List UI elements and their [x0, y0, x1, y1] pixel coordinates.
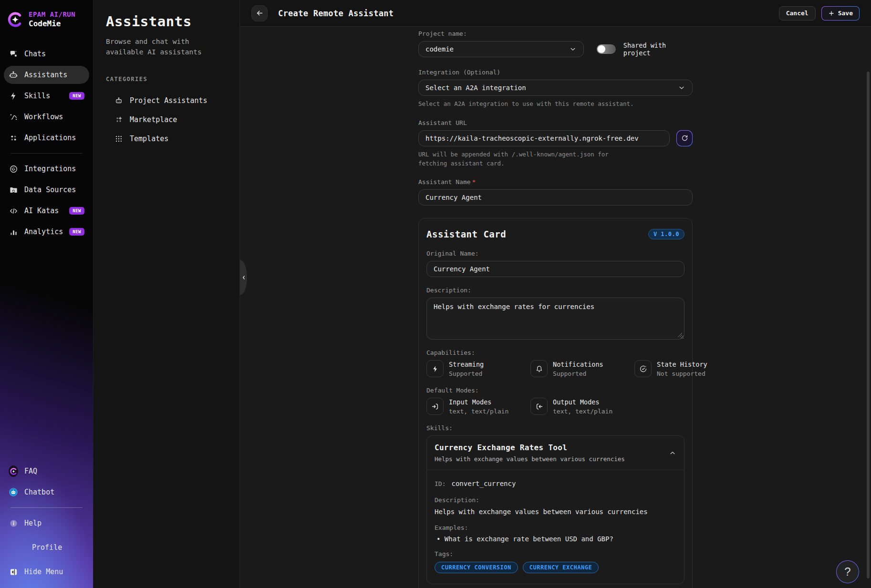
sidebar-divider [10, 153, 83, 154]
default-modes-label: Default Modes: [426, 387, 684, 394]
project-select-value: codemie [425, 45, 454, 53]
sidebar-item-label: Chats [24, 50, 46, 58]
category-project-assistants[interactable]: Project Assistants [106, 91, 227, 110]
sidebar-nav-secondary: Integrations Data Sources AI Katas NEW [0, 158, 93, 242]
capability-streaming: Streaming Supported [426, 360, 515, 377]
skill-id-label: ID: [435, 480, 446, 487]
default-modes-row: Input Modes text, text/plain Output Mode… [426, 398, 684, 415]
description-wrap: Helps with exchange rates for currencies [426, 298, 684, 340]
plus-icon [828, 10, 835, 17]
sidebar-item-integrations[interactable]: Integrations [4, 160, 89, 178]
output-modes-icon [530, 398, 548, 415]
sidebar-item-analytics[interactable]: Analytics NEW [4, 223, 89, 241]
sidebar-item-label: Skills [24, 92, 50, 100]
description-label: Description: [426, 287, 684, 294]
shared-with-project-label: Shared with project [623, 41, 693, 57]
assistant-url-input[interactable] [418, 130, 670, 146]
new-badge: NEW [69, 207, 84, 215]
skills-label: Skills: [426, 424, 684, 432]
input-modes-icon [426, 398, 444, 415]
toggle-knob [598, 45, 605, 53]
sidebar-item-label: Profile [32, 543, 62, 552]
tag-badge: CURRENCY EXCHANGE [523, 562, 599, 573]
bar-chart-icon [9, 227, 18, 237]
sidebar-item-data-sources[interactable]: Data Sources [4, 181, 89, 199]
sidebar-nav-support: FAQ Chatbot [0, 461, 93, 503]
sidebar-nav-footer: Help Profile Hide Menu [0, 513, 93, 588]
capabilities-row: Streaming Supported Notifications Suppor… [426, 360, 684, 377]
sidebar-item-ai-katas[interactable]: AI Katas NEW [4, 202, 89, 220]
project-select[interactable]: codemie [418, 41, 584, 57]
codemie-logo-icon [7, 11, 24, 28]
new-badge: NEW [69, 92, 84, 100]
assistant-card: Assistant Card V 1.0.0 Original Name: De… [418, 218, 693, 588]
topbar-actions: Cancel Save [779, 6, 860, 21]
workflow-icon [9, 112, 18, 122]
topbar: Create Remote Assistant Cancel Save [240, 0, 871, 27]
new-badge: NEW [69, 228, 84, 236]
sidebar-item-help[interactable]: Help [4, 514, 89, 532]
chatbot-avatar-icon [9, 487, 18, 497]
assistant-name-label: Assistant Name* [418, 178, 693, 186]
sidebar-item-chatbot[interactable]: Chatbot [4, 483, 89, 501]
bolt-icon [9, 91, 18, 101]
refresh-button[interactable] [676, 130, 693, 146]
capability-name: Streaming [449, 361, 484, 368]
sidebar-divider [10, 507, 83, 508]
description-textarea[interactable]: Helps with exchange rates for currencies [426, 298, 684, 340]
faq-logo-icon [9, 465, 18, 477]
arrow-left-icon [256, 9, 264, 17]
brand-line2: CodeMie [29, 19, 75, 28]
capabilities-label: Capabilities: [426, 349, 684, 356]
sidebar-item-label: Help [24, 519, 41, 527]
mode-name: Input Modes [449, 398, 508, 406]
capability-status: Supported [553, 370, 603, 377]
category-label: Marketplace [130, 115, 177, 124]
output-modes-item: Output Modes text, text/plain [530, 398, 619, 415]
sidebar-item-label: Chatbot [24, 488, 54, 496]
category-templates[interactable]: Templates [106, 129, 227, 148]
sidebar-item-workflows[interactable]: Workflows [4, 108, 89, 126]
page-title: Create Remote Assistant [278, 9, 394, 18]
chevron-left-icon [241, 275, 247, 280]
help-fab-button[interactable]: ? [836, 560, 859, 583]
sidebar-item-hide-menu[interactable]: Hide Menu [4, 563, 89, 581]
category-marketplace[interactable]: Marketplace [106, 110, 227, 129]
skill-tags-label: Tags: [435, 550, 676, 557]
save-label: Save [838, 10, 853, 17]
sidebar-item-chats[interactable]: Chats [4, 45, 89, 63]
original-name-input[interactable] [426, 261, 684, 277]
brand: EPAM AI/RUN CodeMie [0, 0, 93, 33]
assistant-card-title: Assistant Card [426, 229, 506, 239]
hide-menu-icon [9, 567, 18, 577]
marketplace-icon [114, 115, 123, 124]
skill-description-label: Description: [435, 496, 676, 504]
sidebar-item-skills[interactable]: Skills NEW [4, 87, 89, 105]
cancel-button[interactable]: Cancel [779, 6, 816, 21]
vertical-scrollbar-thumb[interactable] [867, 72, 870, 578]
brand-text: EPAM AI/RUN CodeMie [29, 10, 75, 28]
skill-accordion-header[interactable]: Currency Exchange Rates Tool Helps with … [427, 436, 684, 470]
skill-accordion-body: ID: convert_currency Description: Helps … [427, 470, 684, 584]
categories-label: CATEGORIES [106, 76, 227, 83]
robot-icon [9, 70, 18, 80]
shared-with-project-toggle[interactable] [597, 44, 616, 54]
app-root: EPAM AI/RUN CodeMie Chats Assistants [0, 0, 871, 588]
tag-badge: CURRENCY CONVERSION [435, 562, 518, 573]
sidebar-item-faq[interactable]: FAQ [4, 462, 89, 480]
skill-accordion: Currency Exchange Rates Tool Helps with … [426, 435, 684, 584]
save-button[interactable]: Save [821, 6, 860, 21]
capability-status: Supported [449, 370, 484, 377]
skill-subtitle: Helps with exchange values between vario… [435, 455, 625, 463]
sidebar-item-profile[interactable]: Profile [4, 535, 89, 560]
skill-examples-label: Examples: [435, 524, 676, 531]
sidebar-item-applications[interactable]: Applications [4, 129, 89, 147]
original-name-label: Original Name: [426, 250, 684, 257]
assistant-name-input[interactable] [418, 189, 693, 206]
back-button[interactable] [251, 5, 268, 21]
integration-select[interactable]: Select an A2A integration [418, 80, 693, 96]
skill-id-row: ID: convert_currency [435, 479, 676, 488]
sidebar-item-label: Analytics [24, 227, 63, 236]
sidebar-item-assistants[interactable]: Assistants [4, 66, 89, 84]
main-area: Create Remote Assistant Cancel Save Proj… [240, 0, 871, 588]
